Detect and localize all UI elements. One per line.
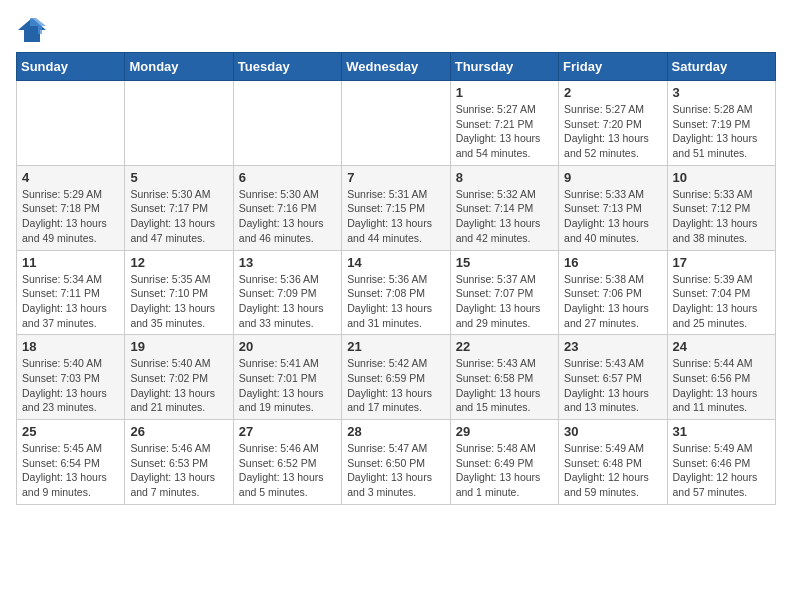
day-number: 15	[456, 255, 553, 270]
calendar-header-row: SundayMondayTuesdayWednesdayThursdayFrid…	[17, 53, 776, 81]
calendar-cell: 10Sunrise: 5:33 AM Sunset: 7:12 PM Dayli…	[667, 165, 775, 250]
day-info: Sunrise: 5:28 AM Sunset: 7:19 PM Dayligh…	[673, 102, 770, 161]
calendar-cell: 19Sunrise: 5:40 AM Sunset: 7:02 PM Dayli…	[125, 335, 233, 420]
day-info: Sunrise: 5:36 AM Sunset: 7:08 PM Dayligh…	[347, 272, 444, 331]
day-info: Sunrise: 5:33 AM Sunset: 7:12 PM Dayligh…	[673, 187, 770, 246]
day-number: 18	[22, 339, 119, 354]
day-info: Sunrise: 5:29 AM Sunset: 7:18 PM Dayligh…	[22, 187, 119, 246]
calendar-week-3: 11Sunrise: 5:34 AM Sunset: 7:11 PM Dayli…	[17, 250, 776, 335]
day-number: 26	[130, 424, 227, 439]
day-info: Sunrise: 5:49 AM Sunset: 6:48 PM Dayligh…	[564, 441, 661, 500]
day-info: Sunrise: 5:37 AM Sunset: 7:07 PM Dayligh…	[456, 272, 553, 331]
day-number: 29	[456, 424, 553, 439]
day-number: 27	[239, 424, 336, 439]
day-number: 9	[564, 170, 661, 185]
day-info: Sunrise: 5:27 AM Sunset: 7:20 PM Dayligh…	[564, 102, 661, 161]
day-number: 25	[22, 424, 119, 439]
calendar-cell	[17, 81, 125, 166]
calendar-cell: 15Sunrise: 5:37 AM Sunset: 7:07 PM Dayli…	[450, 250, 558, 335]
calendar-cell: 22Sunrise: 5:43 AM Sunset: 6:58 PM Dayli…	[450, 335, 558, 420]
calendar-cell: 18Sunrise: 5:40 AM Sunset: 7:03 PM Dayli…	[17, 335, 125, 420]
calendar-cell: 27Sunrise: 5:46 AM Sunset: 6:52 PM Dayli…	[233, 420, 341, 505]
calendar-cell: 24Sunrise: 5:44 AM Sunset: 6:56 PM Dayli…	[667, 335, 775, 420]
day-number: 17	[673, 255, 770, 270]
day-number: 21	[347, 339, 444, 354]
day-info: Sunrise: 5:31 AM Sunset: 7:15 PM Dayligh…	[347, 187, 444, 246]
day-number: 19	[130, 339, 227, 354]
calendar-cell: 23Sunrise: 5:43 AM Sunset: 6:57 PM Dayli…	[559, 335, 667, 420]
weekday-header-friday: Friday	[559, 53, 667, 81]
calendar-cell: 12Sunrise: 5:35 AM Sunset: 7:10 PM Dayli…	[125, 250, 233, 335]
calendar-cell	[125, 81, 233, 166]
calendar-cell: 28Sunrise: 5:47 AM Sunset: 6:50 PM Dayli…	[342, 420, 450, 505]
calendar-week-4: 18Sunrise: 5:40 AM Sunset: 7:03 PM Dayli…	[17, 335, 776, 420]
day-number: 8	[456, 170, 553, 185]
day-info: Sunrise: 5:49 AM Sunset: 6:46 PM Dayligh…	[673, 441, 770, 500]
calendar-cell: 29Sunrise: 5:48 AM Sunset: 6:49 PM Dayli…	[450, 420, 558, 505]
day-info: Sunrise: 5:43 AM Sunset: 6:58 PM Dayligh…	[456, 356, 553, 415]
logo-icon	[16, 16, 48, 44]
calendar-cell: 11Sunrise: 5:34 AM Sunset: 7:11 PM Dayli…	[17, 250, 125, 335]
day-number: 16	[564, 255, 661, 270]
day-info: Sunrise: 5:33 AM Sunset: 7:13 PM Dayligh…	[564, 187, 661, 246]
weekday-header-monday: Monday	[125, 53, 233, 81]
calendar-cell: 20Sunrise: 5:41 AM Sunset: 7:01 PM Dayli…	[233, 335, 341, 420]
day-number: 13	[239, 255, 336, 270]
calendar-cell: 31Sunrise: 5:49 AM Sunset: 6:46 PM Dayli…	[667, 420, 775, 505]
day-number: 4	[22, 170, 119, 185]
calendar-cell: 25Sunrise: 5:45 AM Sunset: 6:54 PM Dayli…	[17, 420, 125, 505]
day-info: Sunrise: 5:40 AM Sunset: 7:03 PM Dayligh…	[22, 356, 119, 415]
weekday-header-sunday: Sunday	[17, 53, 125, 81]
day-number: 5	[130, 170, 227, 185]
day-info: Sunrise: 5:44 AM Sunset: 6:56 PM Dayligh…	[673, 356, 770, 415]
logo	[16, 16, 52, 44]
calendar-cell: 9Sunrise: 5:33 AM Sunset: 7:13 PM Daylig…	[559, 165, 667, 250]
day-number: 10	[673, 170, 770, 185]
weekday-header-wednesday: Wednesday	[342, 53, 450, 81]
day-number: 23	[564, 339, 661, 354]
day-info: Sunrise: 5:48 AM Sunset: 6:49 PM Dayligh…	[456, 441, 553, 500]
calendar-cell: 8Sunrise: 5:32 AM Sunset: 7:14 PM Daylig…	[450, 165, 558, 250]
calendar-cell	[342, 81, 450, 166]
calendar-week-5: 25Sunrise: 5:45 AM Sunset: 6:54 PM Dayli…	[17, 420, 776, 505]
weekday-header-saturday: Saturday	[667, 53, 775, 81]
calendar-cell: 14Sunrise: 5:36 AM Sunset: 7:08 PM Dayli…	[342, 250, 450, 335]
calendar-table: SundayMondayTuesdayWednesdayThursdayFrid…	[16, 52, 776, 505]
calendar-cell: 4Sunrise: 5:29 AM Sunset: 7:18 PM Daylig…	[17, 165, 125, 250]
day-info: Sunrise: 5:32 AM Sunset: 7:14 PM Dayligh…	[456, 187, 553, 246]
day-number: 20	[239, 339, 336, 354]
weekday-header-thursday: Thursday	[450, 53, 558, 81]
day-number: 2	[564, 85, 661, 100]
day-info: Sunrise: 5:36 AM Sunset: 7:09 PM Dayligh…	[239, 272, 336, 331]
calendar-cell: 17Sunrise: 5:39 AM Sunset: 7:04 PM Dayli…	[667, 250, 775, 335]
day-info: Sunrise: 5:45 AM Sunset: 6:54 PM Dayligh…	[22, 441, 119, 500]
day-number: 11	[22, 255, 119, 270]
day-info: Sunrise: 5:40 AM Sunset: 7:02 PM Dayligh…	[130, 356, 227, 415]
day-info: Sunrise: 5:46 AM Sunset: 6:53 PM Dayligh…	[130, 441, 227, 500]
calendar-cell: 1Sunrise: 5:27 AM Sunset: 7:21 PM Daylig…	[450, 81, 558, 166]
day-number: 14	[347, 255, 444, 270]
day-number: 7	[347, 170, 444, 185]
day-info: Sunrise: 5:30 AM Sunset: 7:16 PM Dayligh…	[239, 187, 336, 246]
day-number: 1	[456, 85, 553, 100]
day-number: 30	[564, 424, 661, 439]
day-number: 6	[239, 170, 336, 185]
calendar-cell: 5Sunrise: 5:30 AM Sunset: 7:17 PM Daylig…	[125, 165, 233, 250]
calendar-cell: 30Sunrise: 5:49 AM Sunset: 6:48 PM Dayli…	[559, 420, 667, 505]
day-info: Sunrise: 5:30 AM Sunset: 7:17 PM Dayligh…	[130, 187, 227, 246]
day-number: 22	[456, 339, 553, 354]
day-number: 31	[673, 424, 770, 439]
day-info: Sunrise: 5:39 AM Sunset: 7:04 PM Dayligh…	[673, 272, 770, 331]
day-info: Sunrise: 5:38 AM Sunset: 7:06 PM Dayligh…	[564, 272, 661, 331]
page-header	[16, 16, 776, 44]
day-info: Sunrise: 5:47 AM Sunset: 6:50 PM Dayligh…	[347, 441, 444, 500]
day-info: Sunrise: 5:27 AM Sunset: 7:21 PM Dayligh…	[456, 102, 553, 161]
calendar-week-2: 4Sunrise: 5:29 AM Sunset: 7:18 PM Daylig…	[17, 165, 776, 250]
calendar-cell: 16Sunrise: 5:38 AM Sunset: 7:06 PM Dayli…	[559, 250, 667, 335]
day-number: 12	[130, 255, 227, 270]
day-number: 28	[347, 424, 444, 439]
calendar-cell: 7Sunrise: 5:31 AM Sunset: 7:15 PM Daylig…	[342, 165, 450, 250]
calendar-cell: 21Sunrise: 5:42 AM Sunset: 6:59 PM Dayli…	[342, 335, 450, 420]
day-info: Sunrise: 5:41 AM Sunset: 7:01 PM Dayligh…	[239, 356, 336, 415]
calendar-cell: 13Sunrise: 5:36 AM Sunset: 7:09 PM Dayli…	[233, 250, 341, 335]
